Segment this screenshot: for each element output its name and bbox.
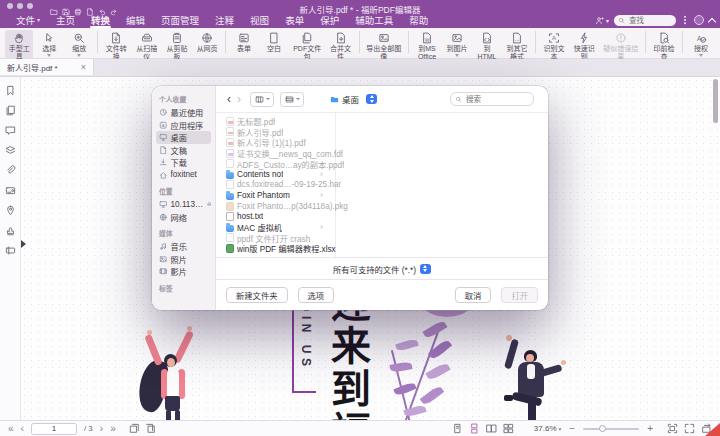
ribbon-tool-空白[interactable]: 空白 — [260, 30, 288, 58]
folder-file-icon — [226, 172, 234, 179]
share-button[interactable]: ▾ — [595, 16, 609, 25]
file-row[interactable]: Contents not› — [216, 169, 548, 180]
sidebar-item-foxitnet[interactable]: foxitnet — [156, 169, 211, 182]
search-icon — [618, 17, 625, 24]
apps-icon: A — [159, 121, 168, 130]
ribbon-tool-授权[interactable]: A授权 — [687, 30, 715, 58]
open-button[interactable]: 打开 — [501, 287, 538, 303]
previous-page-button[interactable]: ‹ — [21, 424, 24, 434]
sidebar-item-影片[interactable]: 影片 — [156, 265, 211, 278]
ribbon-tool-缩放[interactable]: 缩放 — [65, 30, 93, 58]
last-page-button[interactable]: » — [110, 424, 116, 434]
format-stepper[interactable] — [420, 264, 431, 274]
format-dropdown-label[interactable]: 所有可支持的文件 (*.*) — [333, 263, 416, 275]
form-field-icon — [5, 245, 16, 256]
sidebar-item-音乐[interactable]: 音乐 — [156, 240, 211, 253]
quad-view-button[interactable] — [503, 423, 514, 434]
ribbon-tool-到图片[interactable]: 到图片 — [443, 30, 471, 58]
pdf-file-icon — [226, 138, 234, 147]
zoom-slider-knob[interactable] — [599, 425, 606, 432]
stamp-panel-button[interactable] — [5, 222, 16, 234]
sidebar-section-header: 媒体 — [159, 228, 211, 238]
account-avatar[interactable] — [694, 15, 704, 25]
menu-编辑[interactable]: 编辑 — [118, 12, 153, 28]
ribbon-tool-label: 导出全部图像 — [366, 45, 402, 60]
sidebar-item-10.113…[interactable]: 10.113… — [156, 198, 211, 211]
collapse-ribbon-button[interactable] — [708, 17, 716, 25]
location-dropdown[interactable]: 桌面 — [330, 93, 377, 105]
sidebar-item-照片[interactable]: 照片 — [156, 253, 211, 266]
menu-注释[interactable]: 注释 — [207, 12, 242, 28]
menu-主页[interactable]: 主页 — [48, 12, 83, 28]
fit-page-button[interactable] — [667, 423, 678, 434]
column-view-button[interactable] — [250, 92, 274, 107]
file-row[interactable]: ADFS_Custo…ay的副本.ppdf — [216, 158, 548, 169]
page-thumbnails-panel-button[interactable] — [5, 102, 16, 114]
file-row[interactable]: Foxit Phantom› — [216, 190, 548, 201]
vertical-scrollbar-thumb[interactable] — [713, 79, 718, 123]
ribbon-tool-label: 到图片 — [446, 45, 467, 53]
menu-帮助[interactable]: 帮助 — [401, 12, 436, 28]
ribbon-tool-label: 授权 — [694, 45, 708, 53]
form-field-panel-button[interactable] — [5, 242, 16, 254]
ribbon-tool-选择[interactable]: 选择 — [35, 30, 63, 58]
document-tabbar: 新人引导.pdf * × — [0, 59, 720, 77]
menu-转换[interactable]: 转换 — [83, 12, 118, 28]
zoom-in-button[interactable]: + — [645, 424, 655, 434]
dialog-search-field[interactable] — [450, 92, 534, 106]
file-row[interactable]: Foxit Phanto…p(3d4118a).pkg — [216, 201, 548, 212]
list-view-button[interactable] — [280, 92, 304, 107]
sidebar-item-网络[interactable]: 网络 — [156, 211, 211, 224]
history-prev-button[interactable] — [129, 423, 140, 434]
zoom-level-dropdown[interactable]: 37.6%▾ — [534, 424, 561, 433]
facing-view-button[interactable] — [486, 423, 497, 434]
new-folder-button[interactable]: 新建文件夹 — [226, 287, 288, 303]
menu-页面管理[interactable]: 页面管理 — [153, 12, 207, 28]
dialog-search-input[interactable] — [464, 94, 529, 105]
bookmark-panel-button[interactable] — [5, 82, 16, 94]
sidebar-item-桌面[interactable]: 桌面 — [156, 131, 211, 144]
zoom-out-button[interactable]: − — [567, 424, 577, 434]
history-next-button[interactable] — [145, 423, 156, 434]
page-number-input[interactable] — [31, 423, 77, 435]
zoom-slider[interactable] — [583, 428, 639, 430]
sidebar-item-最近使用[interactable]: 最近使用 — [156, 106, 211, 119]
back-button[interactable]: ‹ — [224, 93, 234, 105]
signature-panel-button[interactable] — [5, 182, 16, 194]
sidebar-item-下载[interactable]: 下载 — [156, 156, 211, 169]
titlebar-search-input[interactable] — [627, 15, 672, 26]
ribbon-tool-表单[interactable]: 表单 — [230, 30, 258, 58]
next-page-button[interactable]: › — [100, 424, 103, 434]
more-options-button[interactable] — [684, 19, 686, 21]
menu-label: 文件 — [16, 13, 35, 28]
first-page-button[interactable]: « — [8, 424, 14, 434]
document-tab[interactable]: 新人引导.pdf * × — [0, 59, 94, 75]
file-row[interactable]: dcs.foxitread…-09-19-25.har — [216, 180, 548, 191]
menu-视图[interactable]: 视图 — [242, 12, 277, 28]
file-name: win版 PDF 编辑器教程.xlsx — [237, 242, 336, 254]
comments-panel-button[interactable] — [5, 122, 16, 134]
panel-expander-icon[interactable] — [21, 240, 26, 248]
menu-辅助工具[interactable]: 辅助工具 — [347, 12, 401, 28]
fullscreen-button[interactable] — [684, 423, 695, 434]
sidebar-item-文稿[interactable]: 文稿 — [156, 144, 211, 157]
options-button[interactable]: 选项 — [298, 287, 335, 303]
location-stepper[interactable] — [366, 94, 377, 104]
close-tab-icon[interactable]: × — [81, 63, 86, 72]
destination-pin-panel-button[interactable] — [5, 202, 16, 214]
sidebar-item-应用程序[interactable]: A应用程序 — [156, 119, 211, 132]
ribbon-tool-从网页[interactable]: 从网页 — [193, 30, 221, 58]
continuous-view-button[interactable] — [469, 423, 480, 434]
titlebar-search-field[interactable] — [614, 15, 676, 26]
menu-表单[interactable]: 表单 — [277, 12, 312, 28]
attachment-panel-button[interactable] — [5, 162, 16, 174]
layers-panel-button[interactable] — [5, 142, 16, 154]
file-row[interactable]: win版 PDF 编辑器教程.xlsx — [216, 243, 548, 254]
sidebar-item-label: 应用程序 — [171, 119, 204, 131]
menu-保护[interactable]: 保护 — [312, 12, 347, 28]
forward-button[interactable]: › — [234, 93, 244, 105]
menu-文件[interactable]: 文件▾ — [8, 12, 48, 28]
single-page-view-button[interactable] — [452, 423, 463, 434]
cancel-button[interactable]: 取消 — [455, 287, 492, 303]
eject-button[interactable] — [206, 200, 211, 209]
